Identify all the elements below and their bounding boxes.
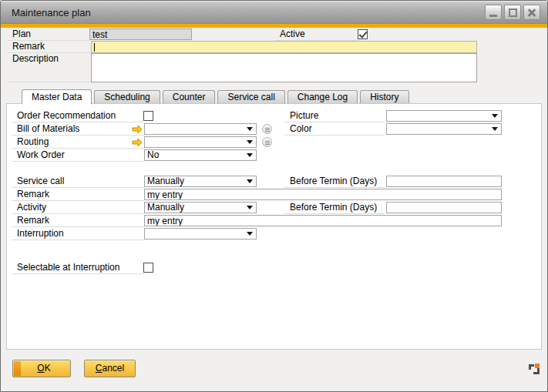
- master-data-panel: Order Recommendation Picture Bill of Mat…: [6, 103, 542, 350]
- maximize-icon: [509, 8, 517, 17]
- active-label: Active: [274, 28, 359, 41]
- service-before-termin-input[interactable]: [386, 176, 502, 187]
- cancel-button[interactable]: Cancel: [84, 360, 136, 377]
- plan-input: [89, 28, 192, 40]
- chevron-down-icon: [492, 114, 498, 118]
- selectable-at-interruption-checkbox[interactable]: [143, 263, 153, 273]
- tab-scheduling[interactable]: Scheduling: [94, 90, 160, 103]
- text-caret: [94, 43, 95, 52]
- chevron-down-icon: [492, 127, 498, 131]
- color-dropdown[interactable]: [386, 123, 502, 135]
- service-call-dropdown[interactable]: Manually: [144, 176, 257, 187]
- active-checkbox[interactable]: [358, 29, 368, 39]
- selectable-at-interruption-label: Selectable at Interruption: [12, 262, 144, 274]
- form-body: Plan Active Remark Description Master Da…: [1, 28, 547, 391]
- window-title: Maintenance plan: [12, 7, 91, 18]
- order-recommendation-label: Order Recommendation: [12, 110, 144, 122]
- picture-dropdown[interactable]: [386, 110, 502, 122]
- chevron-down-icon: [247, 140, 253, 144]
- minimize-icon: [489, 15, 497, 17]
- color-label: Color: [284, 123, 385, 136]
- expand-form-icon[interactable]: [527, 362, 541, 376]
- choose-from-list-icon[interactable]: [262, 124, 272, 134]
- activity-remark-label: Remark: [12, 215, 144, 227]
- chevron-down-icon: [247, 232, 253, 236]
- maintenance-plan-window: Maintenance plan Plan Active Remark Desc…: [0, 0, 548, 392]
- close-icon: [528, 8, 536, 17]
- chevron-down-icon: [247, 127, 253, 131]
- chevron-down-icon: [247, 153, 253, 157]
- bill-of-materials-dropdown[interactable]: [144, 123, 257, 135]
- interruption-dropdown[interactable]: [144, 228, 257, 240]
- tab-strip: Master Data Scheduling Counter Service c…: [22, 89, 409, 103]
- ok-button[interactable]: OK: [12, 360, 71, 377]
- activity-before-termin-label: Before Termin (Days): [284, 202, 385, 214]
- close-button[interactable]: [523, 5, 540, 20]
- chevron-down-icon: [247, 206, 253, 209]
- service-remark-input[interactable]: [144, 189, 502, 200]
- plan-label: Plan: [7, 28, 89, 41]
- activity-remark-input[interactable]: [144, 215, 502, 226]
- tab-change-log[interactable]: Change Log: [287, 90, 358, 103]
- description-label: Description: [7, 53, 91, 82]
- maximize-button[interactable]: [504, 5, 521, 20]
- link-arrow-icon[interactable]: [132, 124, 143, 135]
- tab-history[interactable]: History: [360, 90, 408, 103]
- service-before-termin-label: Before Termin (Days): [284, 176, 385, 188]
- chevron-down-icon: [247, 179, 253, 183]
- tab-master-data[interactable]: Master Data: [22, 89, 92, 104]
- tab-service-call[interactable]: Service call: [217, 90, 284, 103]
- work-order-dropdown[interactable]: No: [144, 149, 257, 161]
- picture-label: Picture: [284, 110, 385, 122]
- description-textarea[interactable]: [91, 53, 477, 82]
- bill-of-materials-label: Bill of Materials: [12, 123, 144, 136]
- interruption-label: Interruption: [12, 228, 144, 240]
- order-recommendation-checkbox[interactable]: [143, 111, 153, 121]
- title-bar: Maintenance plan: [1, 1, 547, 24]
- work-order-label: Work Order: [12, 149, 144, 162]
- activity-label: Activity: [12, 202, 144, 214]
- window-controls: [485, 5, 540, 20]
- minimize-button[interactable]: [485, 5, 502, 20]
- routing-label: Routing: [12, 136, 144, 149]
- default-button-stripe: [14, 361, 21, 376]
- remark-input[interactable]: [91, 41, 477, 53]
- link-arrow-icon[interactable]: [132, 137, 143, 148]
- service-call-label: Service call: [12, 176, 144, 188]
- choose-from-list-icon[interactable]: [262, 137, 272, 147]
- remark-label: Remark: [7, 41, 91, 53]
- activity-dropdown[interactable]: Manually: [144, 202, 257, 213]
- activity-before-termin-input[interactable]: [386, 202, 502, 213]
- service-remark-label: Remark: [12, 189, 144, 201]
- tab-counter[interactable]: Counter: [163, 90, 216, 103]
- routing-dropdown[interactable]: [144, 136, 257, 148]
